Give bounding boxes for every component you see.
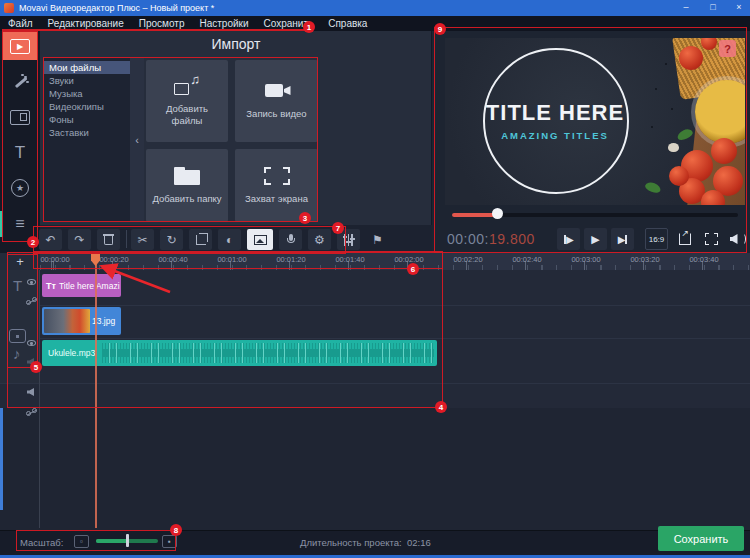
- play-button[interactable]: ▶: [584, 228, 607, 250]
- crop-button[interactable]: [189, 229, 212, 250]
- preview-screen[interactable]: TITLE HERE AMAZING TITLES: [445, 38, 745, 205]
- audio-waveform: [102, 343, 434, 363]
- undo-icon: ↶: [45, 233, 55, 247]
- zoom-out-button[interactable]: ▫: [74, 535, 89, 548]
- slide-title-text: TITLE HERE: [445, 100, 665, 126]
- volume-button[interactable]: [726, 228, 749, 250]
- trash-icon: [104, 234, 113, 245]
- fullscreen-button[interactable]: [700, 228, 723, 250]
- previous-frame-button[interactable]: ◀: [557, 228, 580, 250]
- redo-button[interactable]: ↷: [68, 229, 91, 250]
- zoom-slider-handle[interactable]: [126, 534, 129, 547]
- ruler-label: 00:01:20: [271, 255, 311, 264]
- undo-button[interactable]: ↶: [39, 229, 62, 250]
- callout-badge-3: 3: [299, 212, 311, 224]
- toolbar-divider: [126, 230, 127, 248]
- delete-button[interactable]: [97, 229, 120, 250]
- ruler-label: 00:00:20: [94, 255, 134, 264]
- save-button[interactable]: Сохранить: [658, 526, 744, 551]
- close-button[interactable]: ×: [727, 0, 750, 16]
- record-video-button[interactable]: Запись видео: [235, 60, 318, 142]
- color-adjustments-button[interactable]: ◐: [218, 229, 241, 250]
- category-intros[interactable]: Заставки: [44, 126, 130, 139]
- app-icon: [4, 3, 14, 13]
- play-icon: ▶: [591, 233, 599, 246]
- ruler-label: 00:02:40: [507, 255, 547, 264]
- title-track-visibility-icon[interactable]: [27, 279, 36, 285]
- sidebar-accent-bar: [0, 211, 3, 237]
- ruler-label: 00:02:20: [448, 255, 488, 264]
- crop-icon: [196, 235, 206, 245]
- menu-edit[interactable]: Редактирование: [48, 18, 124, 29]
- flag-button[interactable]: ⚑: [366, 229, 389, 250]
- menu-settings[interactable]: Настройки: [199, 18, 248, 29]
- video-track-visibility-icon[interactable]: [27, 340, 36, 346]
- title-track-icon: T: [13, 277, 22, 294]
- menu-file[interactable]: Файл: [8, 18, 33, 29]
- zoom-out-icon: ▫: [80, 537, 83, 546]
- microphone-icon: [287, 234, 295, 246]
- timecode-display: 00:00:19.800: [447, 231, 535, 247]
- category-videoclips[interactable]: Видеоклипы: [44, 100, 130, 113]
- category-sounds[interactable]: Звуки: [44, 74, 130, 87]
- record-voice-button[interactable]: [279, 229, 302, 250]
- title-track-unlink-icon[interactable]: [26, 297, 37, 306]
- callout-badge-5: 5: [30, 361, 42, 373]
- sidebar-item-titles[interactable]: T: [2, 139, 38, 166]
- settings-button[interactable]: ⚙: [308, 229, 331, 250]
- basil-leaf: [676, 127, 694, 142]
- callout-badge-1: 1: [303, 21, 315, 33]
- cut-button[interactable]: ✂: [131, 229, 154, 250]
- category-music[interactable]: Музыка: [44, 87, 130, 100]
- category-my-files[interactable]: Мои файлы: [44, 61, 130, 74]
- audio-clip[interactable]: Ukulele.mp3: [42, 340, 437, 366]
- callout-badge-8: 8: [170, 524, 182, 536]
- next-frame-button[interactable]: ▶: [611, 228, 634, 250]
- aspect-ratio-button[interactable]: 16:9: [645, 228, 668, 250]
- zoom-in-button[interactable]: ▪: [162, 535, 177, 548]
- title-clip[interactable]: Tᴛ Title here Amazi: [42, 274, 121, 297]
- maximize-button[interactable]: □: [701, 0, 725, 16]
- sidebar-item-stickers[interactable]: ★: [2, 174, 38, 201]
- detach-icon: [679, 233, 691, 245]
- video-track-icon: [9, 329, 26, 343]
- volume-waves: [739, 233, 746, 245]
- clip-properties-button[interactable]: [247, 229, 273, 250]
- menu-view[interactable]: Просмотр: [139, 18, 185, 29]
- contrast-icon: ◐: [226, 233, 233, 247]
- video-camera-icon: [263, 82, 291, 100]
- title-clip-label: Title here Amazi: [59, 281, 120, 291]
- sidebar-item-import[interactable]: ▶: [2, 32, 38, 60]
- speaker-icon: [730, 234, 738, 244]
- add-files-button[interactable]: ♫ Добавить файлы: [146, 60, 228, 142]
- audio-track-unlink-icon[interactable]: [26, 408, 37, 417]
- minimize-button[interactable]: –: [674, 0, 698, 16]
- collapse-panel-button[interactable]: ‹: [130, 58, 144, 222]
- add-folder-button[interactable]: Добавить папку: [146, 149, 228, 222]
- ruler-label: 00:01:00: [212, 255, 252, 264]
- zoom-label: Масштаб:: [20, 537, 63, 548]
- sidebar-item-tools[interactable]: ≡: [2, 210, 38, 237]
- seek-handle[interactable]: [492, 208, 503, 219]
- window-title: Movavi Видеоредактор Плюс – Новый проект…: [19, 3, 214, 13]
- sidebar-item-transitions[interactable]: [2, 104, 38, 131]
- tools-list-icon: ≡: [15, 215, 24, 233]
- sidebar-item-filters[interactable]: [2, 69, 38, 96]
- title-bar[interactable]: Movavi Видеоредактор Плюс – Новый проект…: [0, 0, 750, 16]
- flag-icon: ⚑: [372, 233, 383, 247]
- import-media-icon: ▶: [10, 39, 30, 54]
- detach-player-button[interactable]: [673, 228, 696, 250]
- add-track-button[interactable]: +: [0, 253, 40, 270]
- transitions-icon: [10, 110, 30, 125]
- rotate-button[interactable]: ↻: [160, 229, 183, 250]
- image-clip[interactable]: 13.jpg: [42, 307, 121, 335]
- menu-help[interactable]: Справка: [328, 18, 367, 29]
- zoom-in-icon: ▪: [168, 537, 171, 546]
- timeline-scrollbar[interactable]: [0, 408, 3, 510]
- help-badge[interactable]: ?: [719, 40, 736, 57]
- project-duration: Длительность проекта: 02:16: [300, 537, 431, 548]
- category-backgrounds[interactable]: Фоны: [44, 113, 130, 126]
- slide-subtitle-text: AMAZING TITLES: [445, 130, 665, 141]
- sticker-star-icon: ★: [11, 179, 29, 197]
- ruler-label: 00:00:00: [35, 255, 75, 264]
